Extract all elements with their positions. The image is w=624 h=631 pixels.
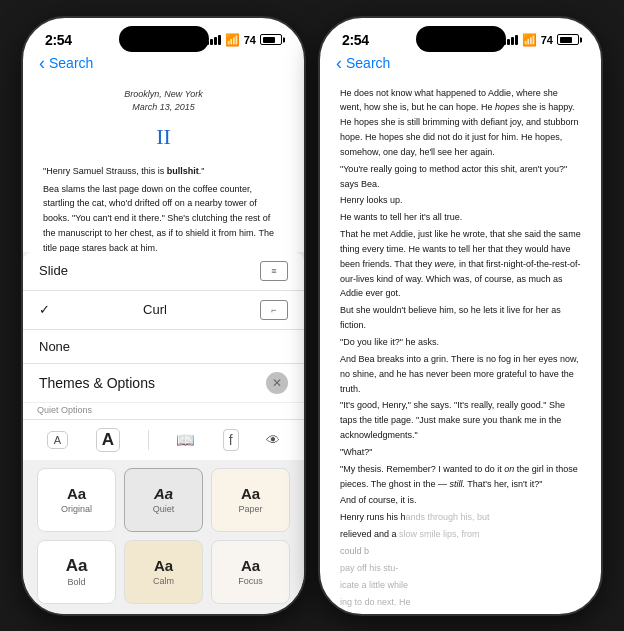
theme-focus-aa: Aa	[241, 558, 260, 573]
theme-original-label: Original	[61, 504, 92, 514]
battery-percent-right: 74	[541, 34, 553, 46]
right-para-9: "What?"	[340, 445, 581, 460]
eye-icon[interactable]: 👁	[266, 432, 280, 448]
back-button-right[interactable]: ‹ Search	[336, 54, 390, 72]
phones-container: 2:54 📶 74 ‹ Search	[21, 16, 603, 616]
book-header: Brooklyn, New YorkMarch 13, 2015 II	[43, 88, 284, 154]
chapter-number: II	[43, 119, 284, 154]
theme-calm[interactable]: Aa Calm	[124, 540, 203, 604]
theme-cards-row2: Aa Bold Aa Calm Aa Focus	[23, 540, 304, 614]
battery-icon-right	[557, 34, 579, 45]
font-controls: A A 📖 f 👁	[23, 419, 304, 460]
theme-bold-label: Bold	[67, 577, 85, 587]
right-para-0: He does not know what happened to Addie,…	[340, 86, 581, 160]
curl-check-icon: ✓	[39, 302, 50, 317]
time-left: 2:54	[45, 32, 72, 48]
slide-options: Slide ≡ ✓ Curl ⌐ None	[23, 252, 304, 363]
right-para-16: icate a little while	[340, 578, 581, 593]
right-para-10: "My thesis. Remember? I wanted to do it …	[340, 462, 581, 492]
theme-paper[interactable]: Aa Paper	[211, 468, 290, 532]
wifi-icon-right: 📶	[522, 33, 537, 47]
theme-focus[interactable]: Aa Focus	[211, 540, 290, 604]
book-display-icon[interactable]: 📖	[176, 431, 195, 449]
back-label-right: Search	[346, 55, 390, 71]
right-para-17: ing to do next. He	[340, 595, 581, 610]
theme-bold[interactable]: Aa Bold	[37, 540, 116, 604]
theme-cards-row1: Aa Original Aa Quiet Aa Paper	[23, 460, 304, 540]
book-para-0: "Henry Samuel Strauss, this is bullshit.…	[43, 164, 284, 179]
nav-bar-left[interactable]: ‹ Search	[23, 52, 304, 78]
theme-calm-label: Calm	[153, 576, 174, 586]
right-para-5: But she wouldn't believe him, so he lets…	[340, 303, 581, 333]
back-chevron-left: ‹	[39, 54, 45, 72]
status-icons-left: 📶 74	[206, 33, 282, 47]
theme-paper-label: Paper	[238, 504, 262, 514]
theme-original-aa: Aa	[67, 486, 86, 501]
status-icons-right: 📶 74	[503, 33, 579, 47]
back-button-left[interactable]: ‹ Search	[39, 54, 93, 72]
close-button[interactable]: ✕	[266, 372, 288, 394]
right-para-15: pay off his stu-	[340, 561, 581, 576]
theme-quiet[interactable]: Aa Quiet	[124, 468, 203, 532]
theme-focus-label: Focus	[238, 576, 263, 586]
nav-bar-right[interactable]: ‹ Search	[320, 52, 601, 78]
curl-icon: ⌐	[260, 300, 288, 320]
right-para-2: Henry looks up.	[340, 193, 581, 208]
themes-label: Themes & Options	[39, 375, 155, 391]
theme-original[interactable]: Aa Original	[37, 468, 116, 532]
battery-icon	[260, 34, 282, 45]
quiet-options-label: Quiet Options	[23, 402, 304, 419]
book-content-right: He does not know what happened to Addie,…	[320, 78, 601, 616]
right-para-14: could b	[340, 544, 581, 559]
right-para-4: That he met Addie, just like he wrote, t…	[340, 227, 581, 301]
dynamic-island-right	[416, 26, 506, 52]
right-para-13: relieved and a slow smile lips, from	[340, 527, 581, 542]
right-para-6: "Do you like it?" he asks.	[340, 335, 581, 350]
divider-1	[148, 430, 149, 450]
right-para-11: And of course, it is.	[340, 493, 581, 508]
font-small-button[interactable]: A	[47, 431, 68, 449]
theme-quiet-label: Quiet	[153, 504, 175, 514]
theme-bold-aa: Aa	[66, 557, 88, 574]
right-para-12: Henry runs his hands through his, but	[340, 510, 581, 525]
font-large-button[interactable]: A	[96, 428, 120, 452]
left-phone: 2:54 📶 74 ‹ Search	[21, 16, 306, 616]
option-curl-label: Curl	[143, 302, 167, 317]
option-slide[interactable]: Slide ≡	[23, 252, 304, 291]
option-slide-label: Slide	[39, 263, 68, 278]
battery-percent-left: 74	[244, 34, 256, 46]
font-type-icon[interactable]: f	[223, 429, 239, 451]
right-para-8: "It's good, Henry," she says. "It's real…	[340, 398, 581, 443]
theme-paper-aa: Aa	[241, 486, 260, 501]
back-label-left: Search	[49, 55, 93, 71]
option-none-label: None	[39, 339, 70, 354]
dynamic-island	[119, 26, 209, 52]
book-para-1: Bea slams the last page down on the coff…	[43, 182, 284, 256]
right-para-7: And Bea breaks into a grin. There is no …	[340, 352, 581, 397]
right-para-1: "You're really going to method actor thi…	[340, 162, 581, 192]
option-none[interactable]: None	[23, 330, 304, 363]
slide-icon: ≡	[260, 261, 288, 281]
book-location: Brooklyn, New YorkMarch 13, 2015	[43, 88, 284, 115]
theme-calm-aa: Aa	[154, 558, 173, 573]
right-phone: 2:54 📶 74 ‹ Search H	[318, 16, 603, 616]
wifi-icon: 📶	[225, 33, 240, 47]
right-para-3: He wants to tell her it's all true.	[340, 210, 581, 225]
option-curl[interactable]: ✓ Curl ⌐	[23, 291, 304, 330]
theme-quiet-aa: Aa	[154, 486, 173, 501]
time-right: 2:54	[342, 32, 369, 48]
back-chevron-right: ‹	[336, 54, 342, 72]
themes-bar: Themes & Options ✕	[23, 363, 304, 402]
right-para-18: has: it is, but for the first	[340, 611, 581, 615]
bottom-panel: Slide ≡ ✓ Curl ⌐ None Themes & Options ✕…	[23, 252, 304, 614]
